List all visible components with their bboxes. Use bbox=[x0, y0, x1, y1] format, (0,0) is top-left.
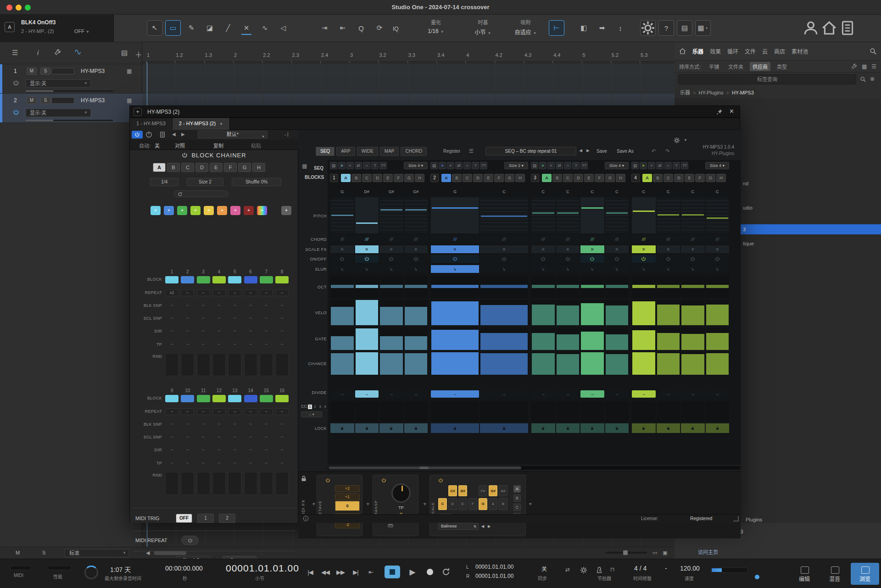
pitch-cell[interactable] bbox=[330, 197, 354, 233]
repeat-step-cell[interactable]: – bbox=[197, 408, 210, 415]
block-step-cell[interactable] bbox=[181, 395, 194, 402]
chainer-step-cell[interactable]: – bbox=[275, 460, 289, 466]
chainer-step-cell[interactable]: – bbox=[228, 341, 241, 347]
pitch-cell[interactable] bbox=[355, 197, 379, 233]
block-step-cell[interactable] bbox=[275, 276, 289, 283]
tag-edit-icon[interactable] bbox=[860, 76, 866, 82]
gate-cell[interactable] bbox=[556, 327, 580, 350]
solo-button[interactable]: S bbox=[40, 97, 50, 104]
scale-fx-cell[interactable]: ✕ bbox=[431, 245, 479, 253]
chainer-step-cell[interactable]: – bbox=[181, 341, 194, 347]
block-slot-1-H[interactable]: H bbox=[415, 174, 424, 182]
block-step-cell[interactable] bbox=[228, 395, 241, 402]
block-slot-1-A[interactable]: A bbox=[341, 174, 351, 182]
chord-cell[interactable]: /// bbox=[330, 235, 354, 243]
velo-cell[interactable] bbox=[431, 300, 479, 325]
chainer-step-cell[interactable]: – bbox=[260, 302, 273, 308]
seq-preset-dropdown[interactable]: SEQ – BC step repeat 01 bbox=[485, 147, 576, 155]
automation-wave-icon[interactable] bbox=[74, 49, 82, 55]
block-slot-2-H[interactable]: H bbox=[515, 174, 525, 182]
seq-horizontal-scrollbar[interactable] bbox=[328, 466, 741, 470]
chainer-slot-D[interactable]: D bbox=[195, 163, 208, 172]
gate-cell[interactable] bbox=[580, 327, 604, 350]
block-slot-3-E[interactable]: E bbox=[584, 174, 594, 182]
chainer-step-cell[interactable]: – bbox=[181, 434, 194, 440]
plugin-add-icon[interactable]: + bbox=[134, 108, 142, 116]
rnd-step-cell[interactable] bbox=[165, 353, 178, 376]
oct-cell[interactable] bbox=[480, 276, 528, 298]
oct-cell[interactable] bbox=[706, 276, 730, 298]
pingpong-icon[interactable]: ⇄ bbox=[656, 162, 664, 169]
block-size-dropdown[interactable]: Size 4 ▾ bbox=[705, 162, 729, 169]
seq-tab-SEQ[interactable]: SEQ bbox=[316, 147, 335, 156]
scale-fx-cell[interactable]: ✕ bbox=[480, 245, 528, 253]
track-instrument-icon[interactable]: ▦ bbox=[127, 97, 132, 104]
sort-option-平铺[interactable]: 平铺 bbox=[706, 62, 722, 71]
breadcrumb-item[interactable]: 乐器 bbox=[680, 90, 690, 95]
repeat-step-cell[interactable]: – bbox=[244, 408, 257, 415]
chainer-slot-H[interactable]: H bbox=[252, 163, 265, 172]
cc-cell[interactable] bbox=[706, 402, 730, 422]
chainer-slot-B[interactable]: B bbox=[167, 163, 180, 172]
chord-cell[interactable]: /// bbox=[556, 235, 580, 243]
gate-cell[interactable] bbox=[605, 327, 629, 350]
rnd-step-cell[interactable] bbox=[181, 353, 194, 376]
lock-cell[interactable] bbox=[657, 423, 680, 433]
nav-浏览[interactable]: 浏览 bbox=[851, 563, 879, 585]
chord-cell[interactable]: /// bbox=[681, 235, 705, 243]
backward-icon[interactable]: < bbox=[346, 162, 354, 169]
arranger-state[interactable]: OFF ▼ bbox=[74, 28, 89, 34]
repeat-step-cell[interactable]: – bbox=[244, 289, 257, 296]
divide-cell[interactable]: → bbox=[580, 390, 604, 398]
block-slot-2-G[interactable]: G bbox=[505, 174, 514, 182]
scale-key-C#[interactable]: C# bbox=[448, 485, 457, 496]
scale-fx-cell[interactable]: ✕ bbox=[605, 245, 629, 253]
eraser-tool[interactable]: ◪ bbox=[202, 20, 217, 36]
repeat-step-cell[interactable]: – bbox=[275, 289, 289, 296]
chainer-step-cell[interactable]: – bbox=[165, 447, 178, 453]
chainer-slot-E[interactable]: E bbox=[210, 163, 223, 172]
browser-tab-效果[interactable]: 效果 bbox=[710, 47, 721, 55]
cc-cell[interactable] bbox=[404, 402, 428, 422]
track-fader[interactable] bbox=[26, 120, 113, 121]
scale-key-D[interactable]: D bbox=[448, 498, 457, 510]
chance-cell[interactable] bbox=[379, 352, 403, 375]
transport-gear-icon[interactable] bbox=[580, 566, 587, 574]
oct-cell[interactable] bbox=[355, 276, 379, 298]
keyboard-icon[interactable] bbox=[387, 523, 394, 528]
chainer-step-cell[interactable]: – bbox=[165, 328, 178, 334]
lock-cell[interactable] bbox=[355, 423, 379, 433]
pitch-cell[interactable] bbox=[657, 197, 680, 233]
inspector-icon[interactable]: i bbox=[37, 49, 39, 56]
onoff-cell[interactable] bbox=[531, 255, 555, 263]
plugin-knob-icon[interactable] bbox=[145, 131, 152, 138]
scale-fx-cell[interactable]: ✕ bbox=[657, 245, 680, 253]
random2-icon[interactable]: ?? bbox=[580, 162, 588, 169]
tag-search-input[interactable]: 标签查询 bbox=[678, 74, 856, 84]
arrow-tool[interactable]: ↖ bbox=[147, 20, 162, 36]
scale-fx-cell[interactable]: ✕ bbox=[681, 245, 705, 253]
random-icon[interactable]: ? bbox=[472, 162, 479, 169]
oct-cell[interactable] bbox=[379, 276, 403, 298]
block-step-cell[interactable] bbox=[244, 276, 257, 283]
chance-cell[interactable] bbox=[706, 352, 730, 375]
nav-编辑[interactable]: 编辑 bbox=[790, 563, 819, 585]
seq-tab-MAP[interactable]: MAP bbox=[380, 147, 399, 156]
pattern-icon[interactable]: ▤ bbox=[631, 162, 639, 169]
chainer-step-cell[interactable]: – bbox=[228, 421, 241, 427]
chainer-step-cell[interactable]: – bbox=[197, 460, 210, 466]
block-slot-4-E[interactable]: E bbox=[685, 174, 694, 182]
scale-key-E[interactable]: E bbox=[458, 498, 467, 510]
oct-cell[interactable] bbox=[605, 276, 629, 298]
oct-cell[interactable] bbox=[330, 276, 354, 298]
forward-icon[interactable]: > bbox=[539, 162, 546, 169]
chainer-step-cell[interactable]: – bbox=[212, 341, 226, 347]
chainer-step-cell[interactable]: – bbox=[228, 434, 241, 440]
lock-cell[interactable] bbox=[605, 423, 629, 433]
browser-item-fragment[interactable]: udio bbox=[743, 205, 753, 211]
range-tool[interactable]: ▭ bbox=[165, 20, 181, 36]
backward-icon[interactable]: < bbox=[648, 162, 655, 169]
scale-key-A[interactable]: A bbox=[489, 498, 497, 510]
color-drag-dot[interactable]: + bbox=[230, 206, 240, 215]
oct-cell[interactable] bbox=[681, 276, 705, 298]
